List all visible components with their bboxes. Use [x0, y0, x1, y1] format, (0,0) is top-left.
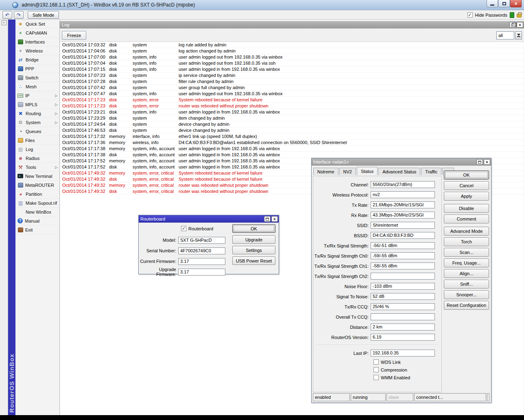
snooper-button[interactable]: Snooper... [444, 290, 489, 299]
tab[interactable]: Status [357, 167, 378, 175]
log-row[interactable]: Oct/01/2014 17:17:38 memory system, info… [60, 146, 524, 152]
sidebar-item-manual[interactable]: ? Manual [15, 217, 59, 225]
log-row[interactable]: Oct/01/2014 17:07:47 disk system, info u… [60, 91, 524, 97]
sidebar-item-routing[interactable]: ✖ Routing ▷ [15, 109, 59, 118]
torch-button[interactable]: Torch [444, 237, 489, 246]
sidebar-item-files[interactable]: Files [15, 136, 59, 145]
tab[interactable]: Advanced Status [378, 168, 420, 175]
log-filter-value[interactable]: all [496, 31, 514, 39]
log-row[interactable]: Oct/01/2014 17:17:23 disk system, error … [60, 97, 524, 103]
sidebar-item-metarouter[interactable]: MetaROUTER [15, 181, 59, 190]
sidebar-item-new-terminal[interactable]: >_ New Terminal [15, 172, 59, 181]
sidebar-item-queues[interactable]: ◔ Queues [15, 127, 59, 136]
upgrade-button[interactable]: Upgrade [232, 235, 275, 244]
sidebar-item-quick-set[interactable]: ★ Quick Set [15, 20, 59, 28]
maximize-button[interactable] [498, 0, 510, 7]
field-value[interactable] [371, 313, 435, 320]
sniff-button[interactable]: Sniff... [444, 280, 489, 289]
log-row[interactable]: Oct/01/2014 17:07:23 disk system ip serv… [60, 72, 524, 79]
settings-button[interactable]: Settings [232, 246, 275, 254]
freeze-button[interactable]: Freeze [62, 31, 86, 40]
sidebar-item-mpls[interactable]: MPLS ▷ [15, 100, 59, 109]
align-button[interactable]: Align... [444, 269, 489, 278]
reset-configuration-button[interactable]: Reset Configuration [444, 301, 489, 310]
close-button[interactable]: × [510, 0, 522, 7]
field-value[interactable]: SXT G-5HPacD [178, 237, 225, 244]
sidebar-item-ppp[interactable]: PPP [15, 64, 59, 73]
sidebar-item-partition[interactable]: ◕ Partition [15, 190, 59, 199]
log-restore-button[interactable] [509, 22, 516, 28]
advanced-mode-button[interactable]: Advanced Mode [444, 227, 489, 236]
field-value[interactable]: D4:CA:6D:B3:F3:BD [371, 232, 435, 239]
undo-button[interactable]: ↶ [2, 11, 12, 19]
field-value[interactable]: Shireinternet [371, 222, 435, 229]
disable-button[interactable]: Disable [444, 204, 489, 213]
tab[interactable]: NV2 [339, 168, 356, 175]
log-row[interactable]: Oct/01/2014 17:07:00 disk system, info u… [60, 54, 524, 60]
field-value[interactable]: 43.3Mbps-20MHz/2S/SGI [371, 212, 435, 219]
sidebar-item-new-winbox[interactable]: New WinBox [15, 208, 59, 217]
field-value[interactable]: 6.19 [371, 334, 435, 341]
routerboard-maximize-button[interactable] [264, 216, 271, 222]
checkbox[interactable] [373, 375, 379, 380]
ok-button[interactable]: OK [444, 171, 489, 179]
field-value[interactable]: 192.168.0.35 [371, 350, 435, 357]
freq-usage-button[interactable]: Freq. Usage... [444, 258, 489, 267]
field-value[interactable]: nv2 [371, 191, 435, 198]
sidebar-item-ip[interactable]: 255 IP ▷ [15, 91, 59, 100]
usb-power-reset-button[interactable]: USB Power Reset [232, 256, 275, 265]
log-row[interactable]: Oct/01/2014 17:04:06 disk system log act… [60, 48, 524, 54]
log-row[interactable]: Oct/01/2014 17:07:42 disk system user gr… [60, 85, 524, 91]
field-value[interactable]: 21.6Mbps-20MHz/1S/SGI [371, 201, 435, 208]
log-row[interactable]: Oct/01/2014 17:17:36 memory wireless, in… [60, 140, 524, 146]
log-row[interactable]: Oct/01/2014 17:17:23 disk system, error … [60, 103, 524, 109]
field-value[interactable]: 52 dB [371, 293, 435, 300]
log-row[interactable]: Oct/01/2014 17:46:53 disk system device … [60, 127, 524, 133]
field-value[interactable]: 3.17 [178, 258, 225, 265]
field-value[interactable] [371, 273, 435, 280]
sidebar-item-interfaces[interactable]: Interfaces [15, 37, 59, 46]
field-value[interactable]: -103 dBm [371, 283, 435, 290]
sidebar-item-exit[interactable]: Exit [15, 225, 59, 234]
field-value[interactable]: 5560/20/an(27dBm) [371, 181, 435, 188]
hide-passwords-checkbox[interactable] [467, 12, 473, 18]
log-row[interactable]: Oct/01/2014 17:07:15 disk system, info u… [60, 66, 524, 72]
apply-button[interactable]: Apply [444, 192, 489, 201]
log-row[interactable]: Oct/01/2014 17:03:32 disk system log rul… [60, 42, 524, 48]
sidebar-item-switch[interactable]: Switch [15, 73, 59, 82]
log-row[interactable]: Oct/01/2014 17:24:54 disk system device … [60, 121, 524, 127]
sidebar-item-system[interactable]: ⚙ System ▷ [15, 118, 59, 127]
wlan-close-button[interactable]: × [484, 159, 490, 165]
field-value[interactable]: 25/46 % [371, 303, 435, 310]
ok-button[interactable]: OK [232, 224, 275, 233]
log-row[interactable]: Oct/01/2014 17:07:28 disk system filter … [60, 79, 524, 85]
log-row[interactable]: Oct/01/2014 17:23:21 disk system, info u… [60, 109, 524, 115]
routerboard-close-button[interactable]: × [271, 216, 278, 222]
tab[interactable]: Traffic [421, 168, 441, 175]
field-value[interactable]: 2 km [371, 324, 435, 330]
sidebar-item-make-supout[interactable]: ▥ Make Supout.rif [15, 199, 59, 208]
minimize-button[interactable] [487, 0, 498, 7]
checkbox[interactable] [373, 359, 379, 365]
routerboard-checkbox[interactable] [181, 226, 186, 231]
comment-button[interactable]: Comment [444, 214, 489, 223]
checkbox[interactable] [373, 367, 379, 372]
tab[interactable]: Nstreme [313, 168, 338, 175]
sidebar-item-wireless[interactable]: ⌖ Wireless [15, 46, 59, 55]
scan-button[interactable]: Scan... [444, 248, 489, 257]
sidebar-item-bridge[interactable]: ⇄ Bridge [15, 55, 59, 64]
field-value[interactable]: -58/-55 dBm [371, 262, 435, 269]
field-value[interactable]: 3.17 [178, 269, 225, 276]
wlan-maximize-button[interactable] [476, 159, 483, 165]
log-row[interactable]: Oct/01/2014 17:17:32 memory interface, i… [60, 133, 524, 140]
panel-close-icon[interactable]: × [2, 20, 7, 25]
field-value[interactable]: 4F70026749C0 [178, 247, 225, 254]
log-row[interactable]: Oct/01/2014 17:07:04 disk system, info u… [60, 60, 524, 66]
cancel-button[interactable]: Cancel [444, 181, 489, 190]
log-row[interactable]: Oct/01/2014 17:17:38 disk system, info, … [60, 152, 524, 158]
sidebar-item-mesh[interactable]: ∴ Mesh [15, 82, 59, 91]
sidebar-item-radius[interactable]: ☻ Radius [15, 154, 59, 163]
log-filter-dropdown-button[interactable] [515, 31, 522, 39]
log-close-button[interactable]: × [517, 22, 523, 28]
sidebar-item-log[interactable]: ▤ Log [15, 145, 59, 154]
